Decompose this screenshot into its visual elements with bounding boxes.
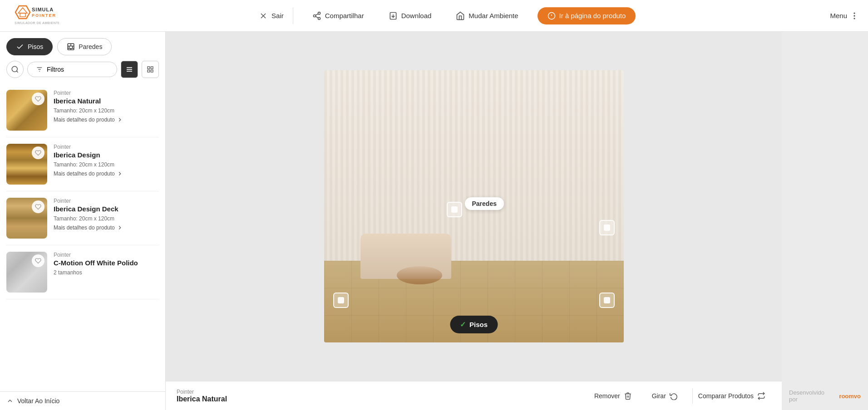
svg-rect-39 — [151, 70, 153, 72]
roomvo-brand: roomvo — [839, 393, 861, 400]
list-item[interactable]: Pointer Iberica Design Deck Tamanho: 20c… — [6, 191, 159, 245]
mudar-ambiente-button[interactable]: Mudar Ambiente — [450, 8, 523, 24]
svg-point-20 — [854, 18, 855, 19]
tab-pisos[interactable]: Pisos — [6, 38, 53, 55]
product-brand: Pointer — [54, 144, 159, 150]
download-icon — [389, 11, 398, 20]
favorite-button[interactable] — [32, 200, 44, 213]
hotspot-wall-right[interactable] — [599, 220, 615, 235]
product-detail-link[interactable]: Mais detalhes do produto — [54, 225, 159, 231]
bottom-product-name: Iberica Natural — [177, 395, 580, 403]
favorite-button[interactable] — [32, 93, 44, 105]
hotspot-floor-left[interactable] — [333, 293, 349, 308]
search-icon — [11, 65, 19, 73]
product-thumbnail-wrap — [6, 90, 47, 131]
svg-rect-2 — [20, 13, 25, 17]
svg-line-12 — [316, 14, 318, 15]
back-to-home-label: Voltar Ao Início — [17, 397, 59, 405]
view-list-button[interactable] — [121, 61, 138, 78]
svg-point-19 — [854, 15, 855, 16]
product-name: Iberica Design Deck — [54, 205, 159, 213]
list-item[interactable]: Pointer C-Motion Off White Polido 2 tama… — [6, 245, 159, 299]
check-mark: ✓ — [460, 320, 466, 329]
hotspot-paredes[interactable] — [447, 202, 462, 217]
sair-button[interactable]: Sair — [253, 8, 293, 24]
product-detail-label: Mais detalhes do produto — [54, 117, 115, 123]
product-thumbnail-wrap — [6, 252, 47, 293]
remover-label: Remover — [594, 392, 620, 400]
room-preview-area: Paredes — [166, 32, 782, 410]
product-tamanhos: 2 tamanhos — [54, 269, 159, 276]
svg-point-10 — [318, 17, 320, 20]
back-to-home[interactable]: Voltar Ao Início — [0, 391, 165, 410]
heart-icon — [35, 96, 41, 102]
product-brand: Pointer — [54, 198, 159, 204]
tab-paredes-label: Paredes — [79, 43, 102, 50]
bottom-actions: Remover Girar — [589, 388, 771, 404]
list-item[interactable]: Pointer Iberica Design Tamanho: 20cm x 1… — [6, 137, 159, 191]
remover-button[interactable]: Remover — [589, 388, 637, 404]
roomvo-prefix: Desenvolvido por — [789, 389, 834, 403]
product-thumbnail-wrap — [6, 144, 47, 185]
roomvo-badge: Desenvolvido por roomvo — [789, 389, 861, 403]
svg-text:POINTER: POINTER — [32, 13, 56, 18]
bottom-brand: Pointer — [177, 389, 580, 395]
product-brand: Pointer — [54, 252, 159, 258]
svg-line-29 — [16, 71, 18, 72]
more-icon — [850, 11, 859, 20]
favorite-button[interactable] — [32, 254, 44, 267]
product-detail-link[interactable]: Mais detalhes do produto — [54, 171, 159, 177]
sidebar: Pisos Paredes — [0, 32, 166, 410]
sair-label: Sair — [271, 12, 284, 20]
top-navigation: SIMULA POINTER SIMULADOR DE AMBIENTES Sa… — [0, 0, 868, 32]
menu-label: Menu — [830, 12, 847, 20]
product-info: Pointer Iberica Design Deck Tamanho: 20c… — [54, 198, 159, 231]
logo-area: SIMULA POINTER SIMULADOR DE AMBIENTES — [9, 4, 59, 28]
menu-button[interactable]: Menu — [830, 11, 859, 20]
ir-pagina-label: Ir à página do produto — [559, 12, 626, 20]
compartilhar-label: Compartilhar — [325, 12, 364, 20]
arrow-right-icon — [117, 225, 123, 231]
list-item[interactable]: Pointer Iberica Natural Tamanho: 20cm x … — [6, 83, 159, 137]
arrow-right-icon — [117, 171, 123, 177]
sidebar-tabs: Pisos Paredes — [0, 32, 165, 55]
tab-paredes[interactable]: Paredes — [57, 38, 112, 55]
pisos-badge[interactable]: ✓ Pisos — [450, 316, 498, 333]
info-icon — [547, 12, 556, 20]
ir-pagina-button[interactable]: Ir à página do produto — [538, 7, 636, 24]
svg-point-28 — [12, 66, 17, 72]
search-button[interactable] — [6, 61, 24, 78]
view-grid-button[interactable] — [142, 61, 159, 78]
favorite-button[interactable] — [32, 146, 44, 159]
download-button[interactable]: Download — [383, 8, 437, 24]
filter-icon — [36, 66, 43, 73]
product-info: Pointer Iberica Design Tamanho: 20cm x 1… — [54, 144, 159, 177]
hotspot-inner — [604, 225, 610, 231]
pisos-badge-label: Pisos — [469, 321, 488, 328]
rotate-icon — [670, 392, 678, 400]
filter-button[interactable]: Filtros — [27, 62, 117, 77]
svg-text:SIMULADOR DE AMBIENTES: SIMULADOR DE AMBIENTES — [15, 21, 59, 24]
bottom-bar: Pointer Iberica Natural Remover — [166, 381, 782, 410]
comparar-label: Comparar Produtos — [698, 392, 754, 400]
svg-rect-36 — [148, 67, 150, 69]
product-thumbnail-wrap — [6, 198, 47, 239]
svg-text:SIMULA: SIMULA — [32, 7, 54, 12]
product-detail-link[interactable]: Mais detalhes do produto — [54, 117, 159, 123]
room-image-container: Paredes — [166, 32, 782, 381]
svg-point-9 — [313, 15, 316, 17]
product-info: Pointer Iberica Natural Tamanho: 20cm x … — [54, 90, 159, 123]
wall-icon — [67, 43, 75, 51]
hotspot-inner — [604, 297, 610, 303]
girar-button[interactable]: Girar — [646, 388, 683, 404]
hotspot-floor-right[interactable] — [599, 293, 615, 308]
compartilhar-button[interactable]: Compartilhar — [307, 8, 370, 24]
heart-icon — [35, 150, 41, 156]
svg-rect-37 — [151, 67, 153, 69]
check-icon — [16, 43, 24, 51]
comparar-button[interactable]: Comparar Produtos — [692, 388, 771, 404]
list-icon — [126, 66, 133, 73]
heart-icon — [35, 204, 41, 210]
right-panel: Desenvolvido por roomvo — [782, 32, 868, 410]
paredes-hotspot-label[interactable]: Paredes — [465, 197, 504, 210]
